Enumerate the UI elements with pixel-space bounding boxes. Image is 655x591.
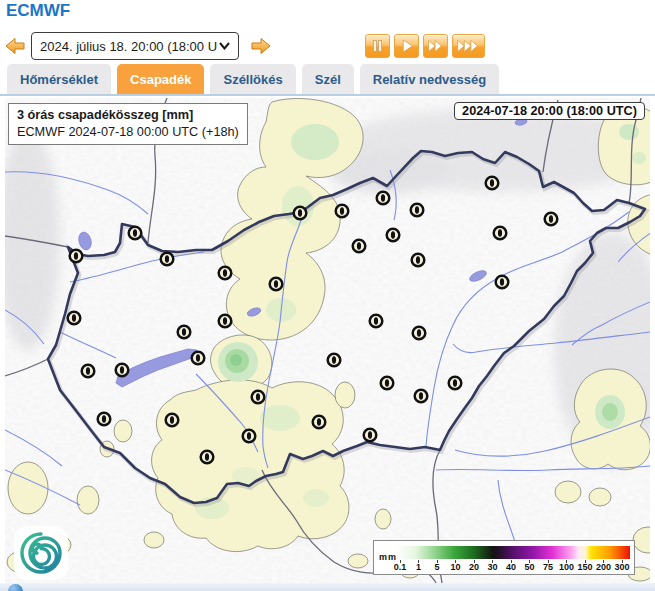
fast-forward-icon bbox=[424, 34, 447, 58]
station-symbol bbox=[486, 177, 499, 190]
station-symbol bbox=[82, 365, 95, 378]
station-symbol bbox=[219, 267, 232, 280]
station-symbol bbox=[353, 240, 366, 253]
skip-to-end-button[interactable] bbox=[452, 34, 485, 58]
info-box-title: 3 órás csapadékösszeg [mm] bbox=[17, 107, 239, 124]
station-symbol bbox=[166, 414, 179, 427]
arrow-left-icon bbox=[3, 34, 27, 58]
station-symbol bbox=[116, 364, 129, 377]
legend-tick-label: 50 bbox=[524, 562, 534, 572]
station-symbol bbox=[129, 227, 142, 240]
legend-tick-label: 10 bbox=[450, 562, 460, 572]
parameter-tabs: Hőmérséklet Csapadék Széllökés Szél Rela… bbox=[0, 63, 655, 96]
precip-legend: mm 0.115102030405075100150200300 bbox=[373, 540, 635, 575]
ecmwf-forecast-page: ECMWF 2024. július 18. 20:00 (18:00 UTC) bbox=[0, 0, 655, 591]
station-symbol bbox=[68, 312, 81, 325]
legend-tick-label: 300 bbox=[614, 562, 629, 572]
station-symbol bbox=[496, 276, 509, 289]
timestamp-badge: 2024-07-18 20:00 (18:00 UTC) bbox=[454, 102, 645, 120]
station-symbol bbox=[449, 377, 462, 390]
skip-to-end-icon bbox=[453, 34, 484, 58]
station-symbol bbox=[98, 413, 111, 426]
station-symbol bbox=[243, 430, 256, 443]
next-time-button[interactable] bbox=[249, 34, 273, 58]
bottom-strip bbox=[0, 583, 655, 591]
tab-temperature[interactable]: Hőmérséklet bbox=[7, 64, 111, 94]
legend-tick-label: 0.1 bbox=[394, 562, 407, 572]
pause-button[interactable] bbox=[365, 34, 390, 58]
chevron-down-icon bbox=[217, 42, 238, 50]
station-symbol bbox=[412, 254, 425, 267]
station-symbol bbox=[545, 213, 558, 226]
station-symbol bbox=[252, 391, 265, 404]
tab-relative-humidity[interactable]: Relatív nedvesség bbox=[360, 64, 499, 94]
page-title: ECMWF bbox=[6, 1, 70, 21]
tab-wind[interactable]: Szél bbox=[302, 64, 354, 94]
legend-gradient-bar bbox=[396, 546, 630, 559]
legend-unit: mm bbox=[379, 552, 397, 562]
station-symbol bbox=[387, 229, 400, 242]
station-symbol bbox=[70, 250, 83, 263]
fast-forward-button[interactable] bbox=[423, 34, 448, 58]
datetime-select[interactable]: 2024. július 18. 20:00 (18:00 UTC) bbox=[31, 32, 239, 60]
info-box: 3 órás csapadékösszeg [mm] ECMWF 2024-07… bbox=[8, 103, 248, 145]
pause-icon bbox=[366, 34, 389, 58]
datetime-value: 2024. július 18. 20:00 (18:00 UTC) bbox=[32, 39, 217, 54]
play-button[interactable] bbox=[394, 34, 419, 58]
arrow-right-icon bbox=[249, 34, 273, 58]
info-box-subtitle: ECMWF 2024-07-18 00:00 UTC (+18h) bbox=[17, 124, 239, 141]
station-symbol bbox=[381, 377, 394, 390]
station-symbol bbox=[294, 207, 307, 220]
play-icon bbox=[395, 34, 418, 58]
station-symbol bbox=[364, 429, 377, 442]
legend-tick-label: 20 bbox=[469, 562, 479, 572]
legend-tick-label: 200 bbox=[596, 562, 611, 572]
tab-precipitation[interactable]: Csapadék bbox=[117, 64, 204, 94]
legend-tick-label: 150 bbox=[577, 562, 592, 572]
tab-wind-gust[interactable]: Széllökés bbox=[210, 64, 295, 94]
station-symbol bbox=[192, 352, 205, 365]
legend-tick-label: 100 bbox=[559, 562, 574, 572]
station-symbol bbox=[370, 315, 383, 328]
station-symbol bbox=[161, 253, 174, 266]
forecast-map: 3 órás csapadékösszeg [mm] ECMWF 2024-07… bbox=[5, 98, 650, 583]
station-symbol bbox=[328, 354, 341, 367]
station-symbol bbox=[413, 327, 426, 340]
station-symbol bbox=[494, 227, 507, 240]
legend-tick-label: 75 bbox=[543, 562, 553, 572]
legend-tick-label: 5 bbox=[434, 562, 439, 572]
met-logo bbox=[14, 526, 68, 580]
legend-tick-label: 40 bbox=[506, 562, 516, 572]
station-symbol bbox=[219, 315, 232, 328]
station-symbol bbox=[336, 205, 349, 218]
station-symbol bbox=[178, 326, 191, 339]
legend-tick-label: 1 bbox=[416, 562, 421, 572]
prev-time-button[interactable] bbox=[3, 34, 27, 58]
station-symbol bbox=[377, 192, 390, 205]
station-symbol bbox=[201, 451, 214, 464]
time-toolbar: 2024. július 18. 20:00 (18:00 UTC) bbox=[3, 31, 485, 61]
legend-tick-label: 30 bbox=[487, 562, 497, 572]
station-symbol bbox=[270, 278, 283, 291]
station-symbol bbox=[415, 390, 428, 403]
station-symbol bbox=[411, 204, 424, 217]
map-svg bbox=[5, 98, 650, 583]
station-symbol bbox=[313, 416, 326, 429]
animation-player bbox=[365, 34, 485, 58]
